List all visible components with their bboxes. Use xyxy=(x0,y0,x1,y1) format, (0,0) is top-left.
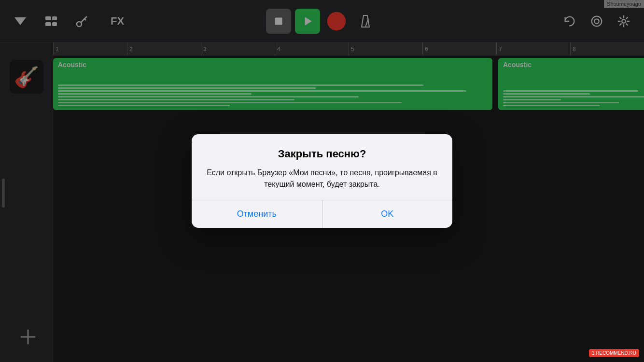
dialog-ok-button[interactable]: OK xyxy=(322,200,453,228)
dialog-title: Закрыть песню? xyxy=(205,148,439,160)
dialog-cancel-button[interactable]: Отменить xyxy=(192,200,322,228)
recommend-badge: 1·RECOMMEND.RU xyxy=(589,349,639,357)
dialog-overlay: Закрыть песню? Если открыть Браузер «Мои… xyxy=(0,0,644,362)
dialog-buttons: Отменить OK xyxy=(192,200,452,228)
dialog-message: Если открыть Браузер «Мои песни», то пес… xyxy=(205,167,439,190)
dialog-body: Закрыть песню? Если открыть Браузер «Мои… xyxy=(192,134,452,200)
dialog: Закрыть песню? Если открыть Браузер «Мои… xyxy=(192,134,452,228)
